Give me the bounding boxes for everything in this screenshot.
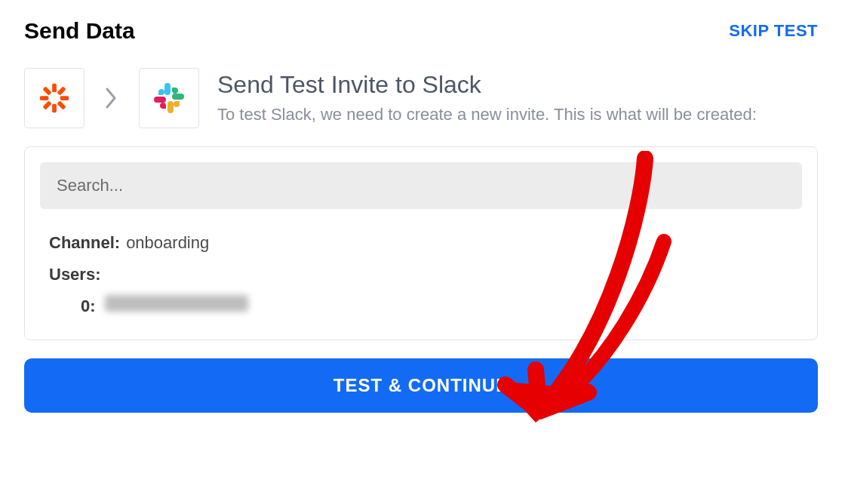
svg-rect-7: [42, 86, 51, 95]
test-and-continue-button[interactable]: TEST & CONTINUE: [24, 358, 818, 413]
svg-rect-3: [57, 100, 66, 109]
section-title: Send Data: [24, 18, 135, 44]
search-input[interactable]: [40, 162, 802, 209]
header-row: Send Data SKIP TEST: [0, 0, 842, 50]
svg-rect-5: [42, 100, 51, 109]
svg-rect-11: [154, 97, 166, 103]
slack-icon: [139, 68, 199, 128]
zapier-icon: [24, 68, 85, 128]
preview-row-channel: Channel: onboarding: [49, 227, 793, 259]
preview-row-user-0: 0:: [81, 290, 793, 322]
svg-rect-4: [52, 104, 57, 113]
svg-rect-6: [40, 96, 49, 100]
preview-key-values: Channel: onboarding Users: 0:: [40, 209, 802, 321]
svg-rect-10: [167, 101, 174, 113]
action-description-block: Send Test Invite to Slack To test Slack,…: [217, 68, 757, 126]
channel-label: Channel:: [49, 227, 120, 259]
preview-row-users: Users:: [49, 259, 793, 290]
preview-panel: Channel: onboarding Users: 0:: [24, 146, 818, 340]
svg-rect-1: [57, 86, 66, 95]
users-label: Users:: [49, 259, 100, 290]
cta-container: TEST & CONTINUE: [24, 358, 818, 413]
svg-rect-2: [60, 96, 69, 100]
svg-rect-8: [164, 83, 171, 95]
action-description: To test Slack, we need to create a new i…: [217, 103, 757, 126]
chevron-right-icon: [103, 68, 121, 128]
channel-value: onboarding: [126, 227, 209, 259]
user-index-label: 0:: [81, 290, 96, 322]
svg-rect-0: [52, 84, 57, 93]
redacted-user-value: [105, 295, 248, 312]
action-summary-row: Send Test Invite to Slack To test Slack,…: [0, 50, 842, 140]
action-heading: Send Test Invite to Slack: [217, 71, 757, 99]
svg-rect-9: [172, 94, 184, 100]
skip-test-link[interactable]: SKIP TEST: [729, 21, 818, 41]
